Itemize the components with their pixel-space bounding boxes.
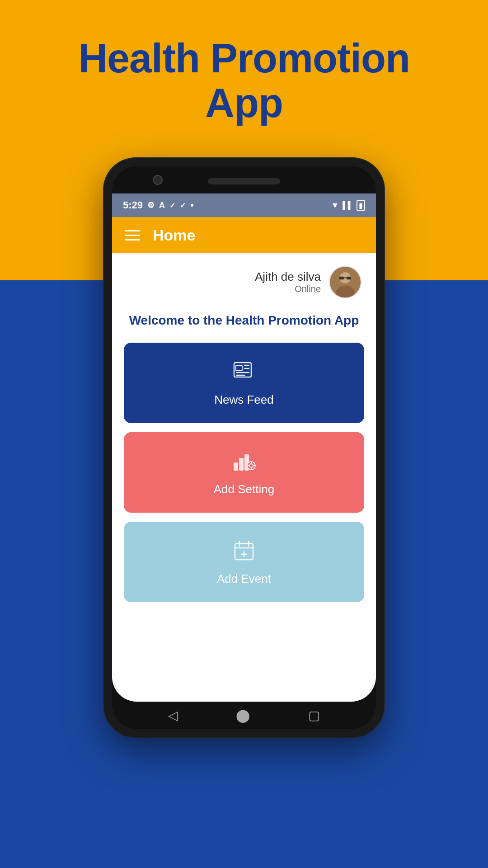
status-check2-icon: ✓ xyxy=(180,201,186,210)
hamburger-line-2 xyxy=(125,235,140,236)
add-event-label: Add Event xyxy=(217,572,271,586)
home-button[interactable]: ⬤ xyxy=(236,708,250,723)
status-check1-icon: ✓ xyxy=(169,201,175,210)
add-event-button[interactable]: Add Event xyxy=(124,522,364,602)
recents-button[interactable]: ▢ xyxy=(308,708,320,723)
svg-rect-12 xyxy=(234,463,238,470)
svg-rect-13 xyxy=(239,458,243,470)
phone-frame: 5:29 ⚙ A ✓ ✓ • ▼ ▌▌ ▮ xyxy=(104,158,384,737)
svg-rect-7 xyxy=(236,365,242,371)
camera xyxy=(153,175,163,185)
wifi-icon: ▼ xyxy=(331,201,339,210)
menu-buttons: News Feed xyxy=(112,343,376,702)
add-event-icon xyxy=(231,538,257,565)
app-bar-title: Home xyxy=(153,226,195,244)
app-title-section: Health Promotion App xyxy=(0,36,488,126)
add-setting-button[interactable]: Add Setting xyxy=(124,432,364,513)
svg-rect-4 xyxy=(347,277,351,280)
status-left: 5:29 ⚙ A ✓ ✓ • xyxy=(123,199,194,211)
back-button[interactable]: ◁ xyxy=(168,708,178,723)
bottom-nav-bar: ◁ ⬤ ▢ xyxy=(112,702,376,729)
app-bar: Home xyxy=(112,217,376,253)
hamburger-line-1 xyxy=(125,230,140,231)
screen-content: 5:29 ⚙ A ✓ ✓ • ▼ ▌▌ ▮ xyxy=(112,193,376,702)
status-gear-icon: ⚙ xyxy=(147,200,155,210)
status-dot-icon: • xyxy=(190,199,194,211)
news-feed-icon xyxy=(231,359,257,386)
hamburger-menu-button[interactable] xyxy=(125,230,140,241)
hamburger-line-3 xyxy=(125,239,140,241)
status-icons-right: ▼ ▌▌ ▮ xyxy=(331,200,366,211)
avatar-svg xyxy=(330,266,361,298)
news-feed-button[interactable]: News Feed xyxy=(124,343,364,423)
user-section: Ajith de silva Online xyxy=(112,253,376,307)
speaker xyxy=(208,178,280,184)
add-setting-icon xyxy=(231,448,257,475)
add-setting-label: Add Setting xyxy=(214,482,274,496)
welcome-text: Welcome to the Health Promotion App xyxy=(127,312,361,329)
status-a-icon: A xyxy=(159,201,165,210)
phone-top-bar xyxy=(112,166,376,193)
user-info: Ajith de silva Online xyxy=(255,270,321,294)
avatar-image xyxy=(330,267,361,297)
user-status: Online xyxy=(255,284,321,294)
svg-rect-3 xyxy=(339,277,344,280)
main-content: Ajith de silva Online xyxy=(112,253,376,702)
welcome-section: Welcome to the Health Promotion App xyxy=(112,307,376,343)
phone-screen: 5:29 ⚙ A ✓ ✓ • ▼ ▌▌ ▮ xyxy=(112,166,376,729)
news-feed-label: News Feed xyxy=(214,393,274,407)
user-name: Ajith de silva xyxy=(255,270,321,284)
app-title: Health Promotion App xyxy=(0,36,488,126)
signal-icon: ▌▌ xyxy=(343,201,353,209)
status-bar: 5:29 ⚙ A ✓ ✓ • ▼ ▌▌ ▮ xyxy=(112,193,376,217)
battery-icon: ▮ xyxy=(357,200,365,211)
avatar[interactable] xyxy=(329,266,361,298)
status-time: 5:29 xyxy=(123,199,143,211)
